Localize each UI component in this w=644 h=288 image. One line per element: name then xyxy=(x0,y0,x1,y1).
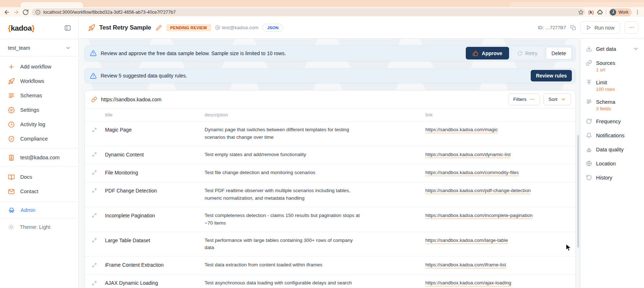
collapse-sidebar-icon[interactable] xyxy=(64,25,71,31)
browser-tab-inactive[interactable] xyxy=(510,2,644,7)
table-row: Magic Page Dynamic page that switches be… xyxy=(85,121,575,146)
sample-data-card: https://sandbox.kadoa.com Filters Sort xyxy=(84,90,576,288)
row-link[interactable]: https://sandbox.kadoa.com/incomplete-pag… xyxy=(425,213,533,219)
row-description: Test empty states and add/remove functio… xyxy=(205,151,363,159)
expand-row-button[interactable] xyxy=(89,125,99,134)
shield-icon xyxy=(8,136,15,142)
theme-label: Theme: Light xyxy=(20,224,51,230)
expand-row-button[interactable] xyxy=(89,260,99,270)
sidebar-item-activity-log[interactable]: Activity log xyxy=(0,117,78,132)
sidebar-item-workflows[interactable]: Workflows xyxy=(0,74,78,88)
panel-item-notifications[interactable]: Notifications xyxy=(581,128,644,142)
extensions-puzzle-icon[interactable] xyxy=(597,9,603,15)
row-title: iFrame Content Extraction xyxy=(105,261,205,268)
sample-review-banner: Review and approve the free data sample … xyxy=(84,45,576,61)
sidebar-item-compliance[interactable]: Compliance xyxy=(0,132,78,146)
back-icon[interactable] xyxy=(4,9,10,15)
clock-icon xyxy=(8,121,15,128)
more-actions-button[interactable] xyxy=(625,21,638,34)
link-icon xyxy=(586,60,592,66)
sidebar-item-settings[interactable]: Settings xyxy=(0,103,78,117)
workflow-header: Test Retry Sample PENDING REVIEW test@ka… xyxy=(79,17,644,39)
panel-item-label: Notifications xyxy=(596,133,625,138)
theme-toggle[interactable]: Theme: Light xyxy=(0,219,78,235)
review-rules-button[interactable]: Review rules xyxy=(531,70,572,81)
row-link[interactable]: https://sandbox.kadoa.com/ajax-loading xyxy=(425,280,511,287)
sidebar-item-docs[interactable]: Docs xyxy=(0,170,78,184)
row-link[interactable]: https://sandbox.kadoa.com/dynamic-list xyxy=(425,152,511,158)
alert-triangle-icon xyxy=(90,72,97,79)
vertical-scrollbar[interactable] xyxy=(577,135,579,248)
team-selector[interactable]: test_team xyxy=(0,39,78,57)
panel-item-label: History xyxy=(596,175,612,181)
chevron-down-icon xyxy=(65,45,71,51)
expand-row-button[interactable] xyxy=(89,278,99,288)
row-link[interactable]: https://sandbox.kadoa.com/commodity-file… xyxy=(425,170,519,176)
row-description: Test completeness detection - claims 150… xyxy=(205,212,363,227)
info-icon[interactable] xyxy=(35,10,40,15)
sidebar-item-admin[interactable]: Admin xyxy=(0,202,78,218)
sidebar-item-add-workflow[interactable]: Add workflow xyxy=(0,59,78,74)
source-url[interactable]: https://sandbox.kadoa.com xyxy=(101,97,161,102)
retry-button[interactable]: Retry xyxy=(512,47,543,59)
rocket-icon xyxy=(88,24,95,31)
panel-item-frequency[interactable]: Frequency xyxy=(581,114,644,128)
row-description: Test performance with large tables conta… xyxy=(205,237,363,252)
row-title: File Monitoring xyxy=(105,169,205,176)
panel-item-get-data[interactable]: Get data xyxy=(581,42,644,56)
avatar: J xyxy=(610,9,616,15)
download-icon xyxy=(586,46,592,52)
copy-id-icon[interactable] xyxy=(570,25,576,30)
row-description: Test asynchronous data loading with conf… xyxy=(205,279,363,288)
expand-row-button[interactable] xyxy=(89,168,99,177)
panel-item-data-quality[interactable]: Data quality xyxy=(581,142,644,156)
expand-row-button[interactable] xyxy=(89,150,99,159)
retry-icon xyxy=(517,51,522,56)
browser-profile[interactable]: J Work xyxy=(609,8,632,16)
rocket-icon xyxy=(8,78,15,85)
run-now-button[interactable]: Run now xyxy=(580,21,620,34)
column-link: link xyxy=(425,112,570,118)
panel-item-label: Data quality xyxy=(596,147,624,152)
reload-icon[interactable] xyxy=(22,9,29,15)
row-title: AJAX Dynamic Loading xyxy=(105,279,205,286)
delete-button[interactable]: Delete xyxy=(546,47,572,59)
browser-menu-icon[interactable] xyxy=(635,9,640,15)
expand-row-button[interactable] xyxy=(89,186,99,195)
kadoa-logo[interactable]: {kadoa} xyxy=(8,24,35,32)
panel-item-location[interactable]: Location xyxy=(581,156,644,170)
kadoa-extension-icon[interactable]: {k} xyxy=(588,10,594,15)
sidebar-item-account[interactable]: test@kadoa.com xyxy=(0,149,78,167)
sidebar-item-schemas[interactable]: Schemas xyxy=(0,88,78,103)
expand-icon xyxy=(92,152,97,157)
spy-icon xyxy=(8,207,15,214)
row-title: Dynamic Content xyxy=(105,151,205,158)
status-badge: PENDING REVIEW xyxy=(166,24,211,31)
expand-row-button[interactable] xyxy=(89,236,99,245)
panel-item-value: 3 fields xyxy=(596,106,644,111)
panel-item-history[interactable]: History xyxy=(581,170,644,185)
panel-item-label: Frequency xyxy=(596,119,621,124)
link-icon xyxy=(91,97,97,102)
bookmark-star-icon[interactable] xyxy=(578,9,584,15)
sort-button[interactable]: Sort xyxy=(543,93,571,105)
row-link[interactable]: https://sandbox.kadoa.com/pdf-change-det… xyxy=(425,188,531,194)
table-row: iFrame Content Extraction Test data extr… xyxy=(85,257,575,275)
forward-icon[interactable] xyxy=(13,9,19,15)
format-badge[interactable]: JSON xyxy=(262,24,283,32)
row-link[interactable]: https://sandbox.kadoa.com/magic xyxy=(425,127,498,133)
url-text[interactable]: localhost:3000/workflow/6bcbd32a-3df2-46… xyxy=(43,10,176,15)
approve-button[interactable]: Approve xyxy=(466,47,509,59)
schema-icon xyxy=(586,99,592,105)
filters-button[interactable]: Filters xyxy=(508,93,540,105)
sidebar-item-contact[interactable]: Contact xyxy=(0,184,78,199)
url-bar[interactable]: localhost:3000/workflow/6bcbd32a-3df2-46… xyxy=(32,8,585,16)
sun-icon xyxy=(8,224,14,230)
browser-tab-active[interactable] xyxy=(21,2,83,7)
table-row: Incomplete Pagination Test completeness … xyxy=(85,207,575,232)
row-description: Test data extraction from content loaded… xyxy=(205,261,363,269)
row-link[interactable]: https://sandbox.kadoa.com/large-table xyxy=(425,238,508,244)
edit-title-icon[interactable] xyxy=(156,25,162,31)
row-link[interactable]: https://sandbox.kadoa.com/iframe-list xyxy=(425,262,506,269)
expand-row-button[interactable] xyxy=(89,211,99,220)
